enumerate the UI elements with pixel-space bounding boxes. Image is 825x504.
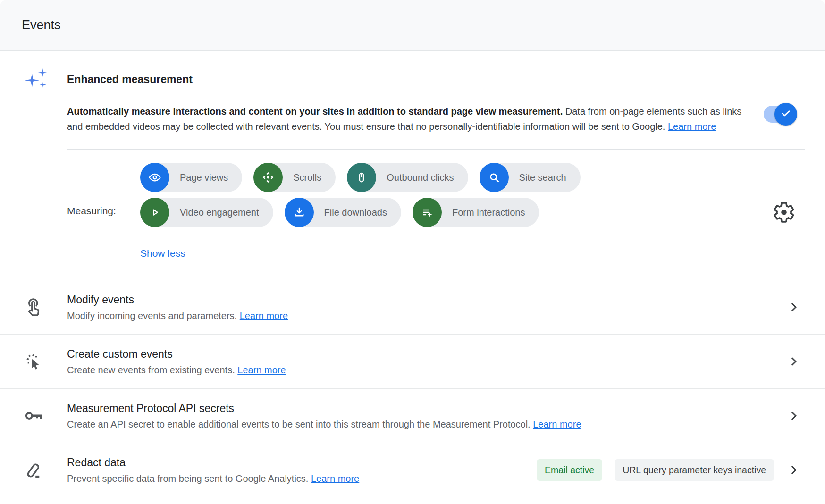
row-title: Redact data [67,456,359,469]
eraser-icon [23,459,44,481]
toggle-thumb [774,103,797,126]
chevron-right-icon[interactable] [786,463,800,477]
row-description: Prevent specific data from being sent to… [67,473,359,484]
row-description-text: Create new events from existing events. [67,365,235,375]
gear-icon [772,218,796,226]
modify-events-row[interactable]: Modify events Modify incoming events and… [0,280,825,335]
row-description-text: Prevent specific data from being sent to… [67,473,308,484]
chip-outbound-clicks: Outbound clicks [347,163,468,192]
modify-events-learn-more-link[interactable]: Learn more [240,311,288,321]
chevron-right-icon[interactable] [786,300,800,314]
chip-label: Outbound clicks [376,172,468,183]
chip-site-search: Site search [480,163,581,192]
row-title: Modify events [67,294,288,306]
play-icon [140,198,169,227]
checkmark-icon [780,107,792,121]
cursor-click-icon [23,351,44,372]
measurement-protocol-api-secrets-row[interactable]: Measurement Protocol API secrets Create … [0,389,825,443]
measuring-label: Measuring: [67,205,116,217]
row-description: Modify incoming events and parameters. L… [67,311,288,321]
page-header: Events [0,0,825,51]
mouse-icon [347,163,376,192]
eye-icon [140,163,169,192]
events-settings-page: Events Enhanced measurement Automaticall… [0,0,825,504]
redact-data-row[interactable]: Redact data Prevent specific data from b… [0,443,825,497]
chip-label: Scrolls [283,172,336,183]
enhanced-measurement-settings-button[interactable] [772,201,796,224]
chip-label: Video engagement [169,207,273,218]
redact-data-learn-more-link[interactable]: Learn more [311,473,359,484]
show-less-link[interactable]: Show less [140,248,185,259]
create-custom-events-learn-more-link[interactable]: Learn more [237,365,286,375]
row-description-text: Modify incoming events and parameters. [67,311,237,321]
touch-app-icon [23,296,44,318]
url-query-parameter-keys-inactive-badge: URL query parameter keys inactive [615,459,774,481]
sparkles-icon [23,66,49,92]
settings-rows: Modify events Modify incoming events and… [0,280,825,497]
chevron-right-icon[interactable] [786,409,800,423]
enhanced-measurement-title: Enhanced measurement [67,73,193,86]
form-add-icon [412,198,442,227]
row-title: Measurement Protocol API secrets [67,402,581,415]
chip-label: Page views [169,172,242,183]
enhanced-measurement-section: Enhanced measurement Automatically measu… [0,51,825,280]
measurement-protocol-learn-more-link[interactable]: Learn more [533,419,581,429]
section-divider [67,149,805,150]
enhanced-measurement-learn-more-link[interactable]: Learn more [668,121,716,132]
row-description-text: Create an API secret to enable additiona… [67,419,530,429]
enhanced-measurement-toggle[interactable] [764,106,794,123]
create-custom-events-row[interactable]: Create custom events Create new events f… [0,335,825,389]
chip-label: Form interactions [442,207,539,218]
enhanced-measurement-description: Automatically measure interactions and c… [67,104,751,134]
search-icon [480,163,509,192]
chip-label: File downloads [314,207,401,218]
row-description: Create an API secret to enable additiona… [67,419,581,430]
measuring-area: Measuring: Page views Scrolls [0,163,825,227]
page-title: Events [22,18,61,33]
chip-file-downloads: File downloads [285,198,401,227]
chip-video-engagement: Video engagement [140,198,273,227]
chip-scrolls: Scrolls [253,163,336,192]
measurement-chips: Page views Scrolls Outbound clicks [140,163,825,227]
chevron-right-icon[interactable] [786,354,800,369]
email-active-badge: Email active [537,459,602,481]
download-icon [285,198,314,227]
key-icon [23,405,44,427]
row-title: Create custom events [67,348,286,361]
chip-page-views: Page views [140,163,242,192]
description-bold: Automatically measure interactions and c… [67,106,563,117]
chip-form-interactions: Form interactions [412,198,539,227]
row-description: Create new events from existing events. … [67,365,286,376]
scroll-move-icon [253,163,283,192]
chip-label: Site search [509,172,581,183]
